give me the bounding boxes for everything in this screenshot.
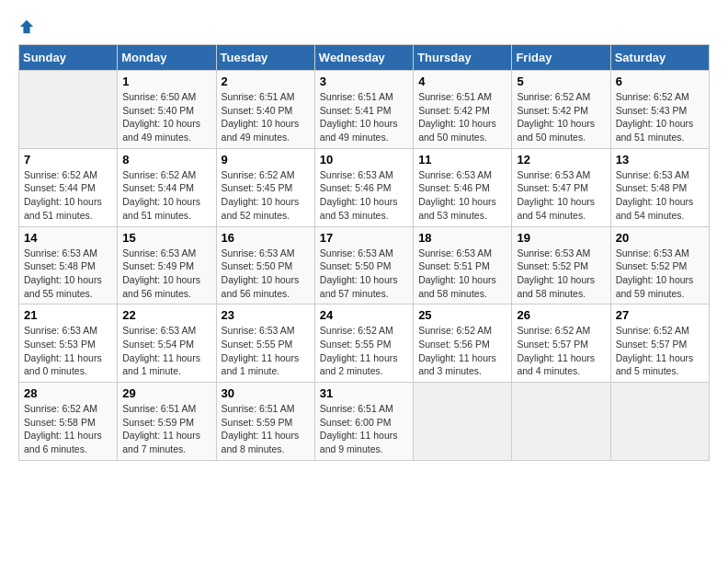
calendar-cell: 6 Sunrise: 6:52 AMSunset: 5:43 PMDayligh…: [610, 71, 709, 149]
calendar-cell: 5 Sunrise: 6:52 AMSunset: 5:42 PMDayligh…: [512, 71, 610, 149]
calendar-cell: 2 Sunrise: 6:51 AMSunset: 5:40 PMDayligh…: [216, 71, 314, 149]
calendar-cell: 21 Sunrise: 6:53 AMSunset: 5:53 PMDaylig…: [19, 304, 118, 383]
day-info: Sunrise: 6:53 AMSunset: 5:50 PMDaylight:…: [222, 247, 310, 301]
day-number: 15: [122, 231, 210, 245]
calendar-cell: 22 Sunrise: 6:53 AMSunset: 5:54 PMDaylig…: [118, 304, 216, 383]
day-number: 25: [418, 308, 506, 322]
calendar-week-row: 28 Sunrise: 6:52 AMSunset: 5:58 PMDaylig…: [19, 383, 710, 461]
weekday-header-saturday: Saturday: [610, 45, 709, 71]
day-number: 7: [24, 153, 112, 167]
calendar-week-row: 1 Sunrise: 6:50 AMSunset: 5:40 PMDayligh…: [19, 71, 710, 149]
calendar-cell: 3 Sunrise: 6:51 AMSunset: 5:41 PMDayligh…: [314, 71, 413, 149]
day-info: Sunrise: 6:52 AMSunset: 5:57 PMDaylight:…: [517, 324, 605, 378]
calendar-cell: 29 Sunrise: 6:51 AMSunset: 5:59 PMDaylig…: [118, 383, 216, 461]
day-number: 13: [616, 153, 704, 167]
calendar-cell: 17 Sunrise: 6:53 AMSunset: 5:50 PMDaylig…: [314, 226, 413, 304]
day-info: Sunrise: 6:51 AMSunset: 5:59 PMDaylight:…: [222, 402, 310, 456]
day-info: Sunrise: 6:51 AMSunset: 5:42 PMDaylight:…: [418, 90, 506, 144]
calendar-week-row: 7 Sunrise: 6:52 AMSunset: 5:44 PMDayligh…: [19, 148, 710, 226]
weekday-header-tuesday: Tuesday: [216, 45, 314, 71]
calendar-cell: 13 Sunrise: 6:53 AMSunset: 5:48 PMDaylig…: [610, 148, 709, 226]
day-number: 8: [122, 153, 210, 167]
day-info: Sunrise: 6:53 AMSunset: 5:48 PMDaylight:…: [616, 168, 704, 223]
calendar-cell: 14 Sunrise: 6:53 AMSunset: 5:48 PMDaylig…: [19, 226, 118, 304]
logo-icon: [18, 18, 35, 35]
calendar-table: SundayMondayTuesdayWednesdayThursdayFrid…: [18, 44, 710, 461]
day-info: Sunrise: 6:52 AMSunset: 5:57 PMDaylight:…: [616, 324, 704, 378]
calendar-cell: 28 Sunrise: 6:52 AMSunset: 5:58 PMDaylig…: [19, 383, 118, 461]
day-info: Sunrise: 6:52 AMSunset: 5:56 PMDaylight:…: [418, 324, 506, 378]
calendar-cell: 23 Sunrise: 6:53 AMSunset: 5:55 PMDaylig…: [216, 304, 314, 383]
calendar-cell: 30 Sunrise: 6:51 AMSunset: 5:59 PMDaylig…: [216, 383, 314, 461]
day-info: Sunrise: 6:51 AMSunset: 6:00 PMDaylight:…: [320, 402, 408, 456]
day-info: Sunrise: 6:53 AMSunset: 5:52 PMDaylight:…: [517, 247, 605, 301]
day-info: Sunrise: 6:52 AMSunset: 5:45 PMDaylight:…: [222, 168, 310, 223]
day-number: 29: [122, 386, 210, 400]
weekday-header-sunday: Sunday: [19, 45, 118, 71]
calendar-cell: [414, 383, 512, 461]
day-number: 19: [517, 231, 605, 245]
day-info: Sunrise: 6:53 AMSunset: 5:52 PMDaylight:…: [616, 247, 704, 301]
day-number: 14: [24, 231, 112, 245]
calendar-week-row: 21 Sunrise: 6:53 AMSunset: 5:53 PMDaylig…: [19, 304, 710, 383]
day-number: 26: [517, 308, 605, 322]
day-info: Sunrise: 6:53 AMSunset: 5:48 PMDaylight:…: [24, 247, 112, 301]
day-info: Sunrise: 6:53 AMSunset: 5:51 PMDaylight:…: [418, 247, 506, 301]
weekday-header-row: SundayMondayTuesdayWednesdayThursdayFrid…: [19, 45, 710, 71]
calendar-cell: 12 Sunrise: 6:53 AMSunset: 5:47 PMDaylig…: [512, 148, 610, 226]
calendar-cell: 9 Sunrise: 6:52 AMSunset: 5:45 PMDayligh…: [216, 148, 314, 226]
weekday-header-wednesday: Wednesday: [314, 45, 413, 71]
day-number: 6: [616, 75, 704, 88]
day-info: Sunrise: 6:52 AMSunset: 5:44 PMDaylight:…: [24, 168, 112, 223]
day-info: Sunrise: 6:53 AMSunset: 5:46 PMDaylight:…: [320, 168, 408, 223]
weekday-header-monday: Monday: [118, 45, 216, 71]
weekday-header-thursday: Thursday: [414, 45, 512, 71]
calendar-cell: 8 Sunrise: 6:52 AMSunset: 5:44 PMDayligh…: [118, 148, 216, 226]
calendar-cell: 24 Sunrise: 6:52 AMSunset: 5:55 PMDaylig…: [314, 304, 413, 383]
day-number: 12: [517, 153, 605, 167]
day-number: 4: [418, 75, 506, 88]
calendar-cell: 4 Sunrise: 6:51 AMSunset: 5:42 PMDayligh…: [414, 71, 512, 149]
day-info: Sunrise: 6:51 AMSunset: 5:41 PMDaylight:…: [320, 90, 408, 144]
day-number: 3: [320, 75, 408, 88]
day-info: Sunrise: 6:53 AMSunset: 5:47 PMDaylight:…: [517, 168, 605, 223]
weekday-header-friday: Friday: [512, 45, 610, 71]
day-number: 2: [222, 75, 310, 88]
calendar-cell: [19, 71, 118, 149]
day-number: 20: [616, 231, 704, 245]
day-info: Sunrise: 6:51 AMSunset: 5:40 PMDaylight:…: [222, 90, 310, 144]
day-info: Sunrise: 6:50 AMSunset: 5:40 PMDaylight:…: [122, 90, 210, 144]
calendar-cell: 10 Sunrise: 6:53 AMSunset: 5:46 PMDaylig…: [314, 148, 413, 226]
day-number: 24: [320, 308, 408, 322]
day-number: 22: [122, 308, 210, 322]
day-info: Sunrise: 6:53 AMSunset: 5:46 PMDaylight:…: [418, 168, 506, 223]
calendar-cell: 19 Sunrise: 6:53 AMSunset: 5:52 PMDaylig…: [512, 226, 610, 304]
day-number: 9: [222, 153, 310, 167]
day-info: Sunrise: 6:52 AMSunset: 5:58 PMDaylight:…: [24, 402, 112, 456]
day-number: 28: [24, 386, 112, 400]
day-number: 16: [222, 231, 310, 245]
calendar-cell: 20 Sunrise: 6:53 AMSunset: 5:52 PMDaylig…: [610, 226, 709, 304]
day-number: 21: [24, 308, 112, 322]
day-number: 18: [418, 231, 506, 245]
day-number: 10: [320, 153, 408, 167]
day-number: 5: [517, 75, 605, 88]
calendar-cell: 11 Sunrise: 6:53 AMSunset: 5:46 PMDaylig…: [414, 148, 512, 226]
calendar-cell: [610, 383, 709, 461]
day-info: Sunrise: 6:52 AMSunset: 5:43 PMDaylight:…: [616, 90, 704, 144]
calendar-cell: 15 Sunrise: 6:53 AMSunset: 5:49 PMDaylig…: [118, 226, 216, 304]
calendar-cell: 31 Sunrise: 6:51 AMSunset: 6:00 PMDaylig…: [314, 383, 413, 461]
day-info: Sunrise: 6:52 AMSunset: 5:42 PMDaylight:…: [517, 90, 605, 144]
day-info: Sunrise: 6:53 AMSunset: 5:49 PMDaylight:…: [122, 247, 210, 301]
calendar-cell: 27 Sunrise: 6:52 AMSunset: 5:57 PMDaylig…: [610, 304, 709, 383]
calendar-cell: [512, 383, 610, 461]
page-header: [18, 18, 710, 35]
day-info: Sunrise: 6:53 AMSunset: 5:50 PMDaylight:…: [320, 247, 408, 301]
day-number: 1: [122, 75, 210, 88]
day-number: 30: [222, 386, 310, 400]
day-number: 23: [222, 308, 310, 322]
calendar-cell: 16 Sunrise: 6:53 AMSunset: 5:50 PMDaylig…: [216, 226, 314, 304]
day-number: 31: [320, 386, 408, 400]
day-info: Sunrise: 6:52 AMSunset: 5:55 PMDaylight:…: [320, 324, 408, 378]
calendar-cell: 7 Sunrise: 6:52 AMSunset: 5:44 PMDayligh…: [19, 148, 118, 226]
